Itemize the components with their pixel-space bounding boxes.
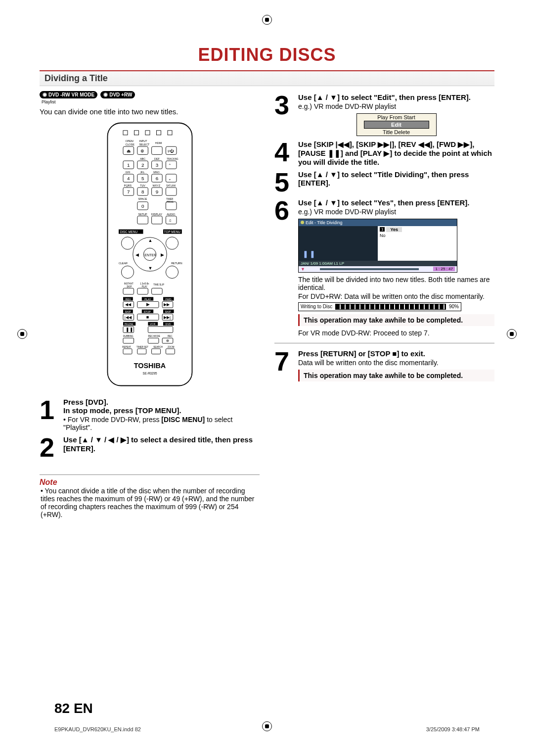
pause-icon: ❚❚ — [303, 250, 316, 258]
yes-option: Yes — [386, 227, 402, 232]
footer-filename: E9PKAUD_DVR620KU_EN.indd 82 — [54, 726, 141, 732]
svg-text:8: 8 — [141, 189, 144, 194]
note-heading: Note — [40, 474, 260, 487]
registration-mark — [262, 721, 272, 731]
svg-text:DVD: DVD — [165, 323, 171, 326]
step-number: 1 — [40, 398, 59, 422]
badge-text: DVD +RW — [109, 92, 132, 97]
disc-badges: DVD -RW VR MODE DVD +RW — [40, 91, 260, 98]
step-number: 6 — [274, 198, 294, 223]
svg-text:◀: ◀ — [135, 252, 139, 257]
right-column: 3 Use [▲ / ▼] to select "Edit", then pre… — [274, 89, 494, 519]
step-1: 1 Press [DVD]. In stop mode, press [TOP … — [40, 398, 260, 431]
svg-text:CLEAR: CLEAR — [119, 262, 128, 265]
operation-warning: This operation may take awhile to be com… — [298, 370, 494, 381]
svg-text:SKIP: SKIP — [165, 310, 171, 313]
screen-footer-info: JAN/ 1/09 1:00AM L1 LP — [299, 261, 457, 266]
badge-text: DVD -RW VR MODE — [48, 92, 94, 97]
svg-text:0: 0 — [141, 203, 144, 209]
svg-text:PLAY: PLAY — [144, 298, 151, 301]
t: Use [ — [298, 198, 316, 207]
svg-text:TIMER: TIMER — [166, 198, 174, 200]
svg-text:⌄: ⌄ — [168, 177, 171, 181]
svg-text:REC: REC — [168, 335, 173, 337]
svg-text:SKIP: SKIP — [127, 285, 132, 288]
screen-title: Edit - Title Dividing — [306, 220, 343, 225]
svg-text:OPEN/: OPEN/ — [125, 140, 134, 142]
svg-text:HDMI: HDMI — [155, 142, 162, 144]
svg-text:DISC MENU: DISC MENU — [120, 230, 137, 234]
step-number: 2 — [40, 435, 59, 460]
step-number: 7 — [274, 349, 294, 374]
svg-text:♫: ♫ — [168, 218, 171, 223]
arrows-icon: ▲ / ▼ — [316, 198, 337, 207]
svg-text:SELECT: SELECT — [139, 143, 150, 146]
registration-mark — [262, 15, 272, 25]
svg-text:⏏: ⏏ — [127, 148, 131, 153]
note-body: • You cannot divide a title of the disc … — [40, 487, 260, 519]
svg-text:TOSHIBA: TOSHIBA — [134, 362, 166, 370]
svg-text:RETURN: RETURN — [171, 262, 182, 265]
step6-note2: For DVD+RW: Data will be written onto th… — [298, 292, 494, 300]
t: ], [REV — [392, 140, 418, 148]
t: ] and [PLAY — [341, 149, 384, 157]
step-2: 2 Use [▲ / ▼ / ◀ / ▶] to select a desire… — [40, 435, 260, 460]
step7-note: Data will be written onto the disc momen… — [298, 359, 494, 367]
svg-text:DUBBING: DUBBING — [123, 335, 134, 337]
t: ] to exit. — [397, 349, 425, 358]
play-icon: ▶ — [384, 149, 390, 157]
menu-delete: Title Delete — [357, 129, 436, 136]
step6-note3: For VR mode DVD-RW: Proceed to step 7. — [298, 329, 494, 337]
svg-text:■: ■ — [146, 315, 148, 320]
svg-text:TIME SLIP: TIME SLIP — [153, 284, 164, 286]
svg-text:CLOSE: CLOSE — [125, 143, 134, 146]
svg-text:I/⏻: I/⏻ — [168, 149, 174, 153]
menu-edit-selected: Edit — [364, 121, 429, 129]
pause-icon: ❚❚ — [328, 149, 341, 157]
svg-text:SAT.LINK: SAT.LINK — [166, 185, 176, 187]
svg-text:7: 7 — [127, 189, 130, 194]
manual-page: EDITING DISCS Dividing a Title DVD -RW V… — [0, 0, 534, 756]
svg-text:4: 4 — [127, 176, 130, 181]
svg-text:STOP: STOP — [143, 310, 151, 313]
dvd-plus-rw-badge: DVD +RW — [100, 91, 135, 98]
svg-text:2: 2 — [141, 162, 144, 168]
svg-text:❚❚: ❚❚ — [126, 327, 134, 332]
svg-text:VCR: VCR — [150, 323, 155, 326]
svg-text:▶: ▶ — [160, 252, 164, 257]
svg-text:JKL: JKL — [140, 171, 144, 174]
svg-text:1: 1 — [127, 162, 130, 168]
svg-text:FWD: FWD — [165, 298, 171, 301]
t: Press [RETURN] or [STOP — [298, 349, 392, 358]
svg-text:ZOOM: ZOOM — [168, 346, 175, 348]
elapsed-time: 1 : 25 : 47 — [433, 267, 455, 271]
step-number: 3 — [274, 93, 294, 117]
svg-text:SKIP: SKIP — [125, 310, 131, 313]
step-5: 5 Use [▲ / ▼] to select "Title Dividing"… — [274, 170, 494, 194]
svg-text:|◀◀: |◀◀ — [124, 315, 132, 320]
arrows-icon: ▲ / ▼ / ◀ / ▶ — [82, 435, 127, 444]
step-3: 3 Use [▲ / ▼] to select "Edit", then pre… — [274, 93, 494, 136]
registration-mark — [17, 329, 27, 339]
svg-text:REPEAT: REPEAT — [122, 346, 131, 348]
svg-text:ENTER: ENTER — [144, 253, 156, 257]
no-option: No — [380, 233, 386, 238]
t: Use [ — [298, 93, 316, 101]
svg-text:▶▶|: ▶▶| — [163, 315, 170, 320]
svg-text:SPACE: SPACE — [138, 197, 147, 200]
step-7: 7 Press [RETURN] or [STOP ■] to exit. Da… — [274, 349, 494, 384]
progress-bar — [320, 268, 419, 270]
intro-text: You can divide one title into two new ti… — [40, 107, 260, 116]
progress-bar-icon — [335, 304, 446, 310]
svg-text:1.3x/0.8x: 1.3x/0.8x — [140, 283, 149, 285]
svg-point-128 — [166, 339, 169, 342]
svg-text:SETUP: SETUP — [138, 213, 147, 216]
svg-text:▶: ▶ — [146, 302, 149, 307]
example-label: e.g.) VR mode DVD-RW playlist — [298, 102, 494, 110]
svg-text:DISPLAY: DISPLAY — [151, 213, 162, 216]
t: Use [ — [63, 435, 82, 444]
svg-text:ABC: ABC — [140, 157, 145, 160]
left-column: DVD -RW VR MODE DVD +RW Playlist You can… — [40, 89, 260, 519]
svg-text:REC MODE: REC MODE — [148, 335, 160, 337]
svg-text:MNO: MNO — [153, 171, 160, 174]
